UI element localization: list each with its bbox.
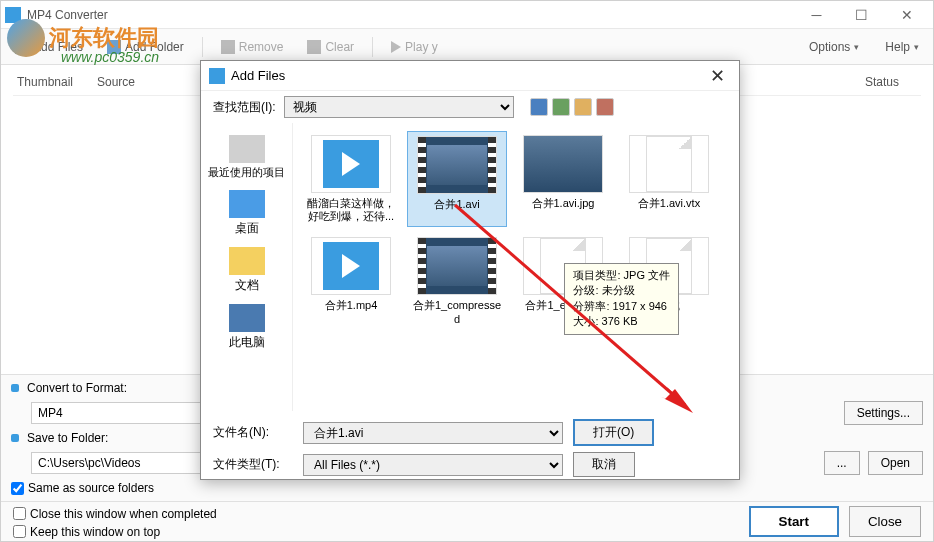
save-folder-label: Save to Folder: (27, 431, 108, 445)
file-item[interactable]: 合并1.avi.jpg (513, 131, 613, 227)
minimize-button[interactable]: ─ (794, 1, 839, 29)
options-menu[interactable]: Options (803, 36, 865, 58)
lookup-label: 查找范围(I): (213, 99, 276, 116)
col-thumbnail: Thumbnail (13, 73, 93, 91)
start-button[interactable]: Start (749, 506, 839, 537)
lookup-dropdown[interactable]: 视频 (284, 96, 514, 118)
file-item-selected[interactable]: 合并1.avi (407, 131, 507, 227)
sidebar-desktop[interactable]: 桌面 (225, 186, 269, 241)
file-item[interactable]: 合并1_compressed (407, 233, 507, 329)
sidebar-pc[interactable]: 此电脑 (225, 300, 269, 355)
app-title: MP4 Converter (27, 8, 794, 22)
dialog-close-button[interactable]: ✕ (704, 65, 731, 87)
maximize-button[interactable]: ☐ (839, 1, 884, 29)
title-bar: MP4 Converter ─ ☐ ✕ (1, 1, 933, 29)
dialog-cancel-button[interactable]: 取消 (573, 452, 635, 477)
new-folder-icon[interactable] (574, 98, 592, 116)
help-menu[interactable]: Help (879, 36, 925, 58)
remove-button[interactable]: Remove (215, 36, 290, 58)
browse-folder-button[interactable]: ... (824, 451, 860, 475)
open-folder-button[interactable]: Open (868, 451, 923, 475)
same-as-source-checkbox[interactable] (11, 482, 24, 495)
settings-button[interactable]: Settings... (844, 401, 923, 425)
file-dialog: Add Files ✕ 查找范围(I): 视频 最近使用的项目 桌面 文档 此电… (200, 60, 740, 480)
keep-on-top-checkbox[interactable] (13, 525, 26, 538)
dialog-sidebar: 最近使用的项目 桌面 文档 此电脑 (201, 123, 293, 411)
filetype-label: 文件类型(T): (213, 456, 293, 473)
close-when-done-checkbox[interactable] (13, 507, 26, 520)
add-files-button[interactable]: Add Files (9, 36, 89, 58)
up-icon[interactable] (552, 98, 570, 116)
col-source: Source (93, 73, 183, 91)
file-item[interactable]: 合并1.mp4 (301, 233, 401, 329)
dialog-icon (209, 68, 225, 84)
filename-label: 文件名(N): (213, 424, 293, 441)
file-list: 醋溜白菜这样做，好吃到爆，还待... 合并1.avi 合并1.avi.jpg 合… (293, 123, 739, 411)
file-tooltip: 项目类型: JPG 文件 分级: 未分级 分辨率: 1917 x 946 大小:… (564, 263, 679, 335)
dialog-title: Add Files (231, 68, 704, 83)
app-icon (5, 7, 21, 23)
col-status: Status (861, 73, 921, 91)
sidebar-docs[interactable]: 文档 (225, 243, 269, 298)
footer: Close this window when completed Keep th… (1, 501, 933, 541)
add-folder-button[interactable]: Add Folder (101, 36, 190, 58)
file-item[interactable]: 合并1.avi.vtx (619, 131, 719, 227)
play-button[interactable]: Play y (385, 36, 444, 58)
back-icon[interactable] (530, 98, 548, 116)
convert-format-label: Convert to Format: (27, 381, 127, 395)
clear-button[interactable]: Clear (301, 36, 360, 58)
filename-input[interactable]: 合并1.avi (303, 422, 563, 444)
dialog-open-button[interactable]: 打开(O) (573, 419, 654, 446)
sidebar-recent[interactable]: 最近使用的项目 (204, 131, 289, 184)
file-item[interactable]: 醋溜白菜这样做，好吃到爆，还待... (301, 131, 401, 227)
filetype-dropdown[interactable]: All Files (*.*) (303, 454, 563, 476)
close-window-button[interactable]: ✕ (884, 1, 929, 29)
close-button[interactable]: Close (849, 506, 921, 537)
view-icon[interactable] (596, 98, 614, 116)
same-as-source-label: Same as source folders (28, 481, 154, 495)
